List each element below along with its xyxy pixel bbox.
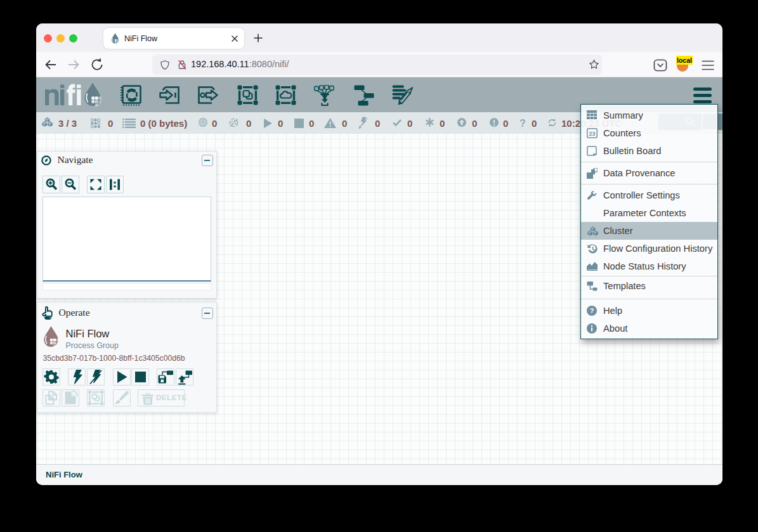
svg-text:23: 23 (589, 130, 595, 136)
svg-text:?: ? (590, 307, 594, 315)
